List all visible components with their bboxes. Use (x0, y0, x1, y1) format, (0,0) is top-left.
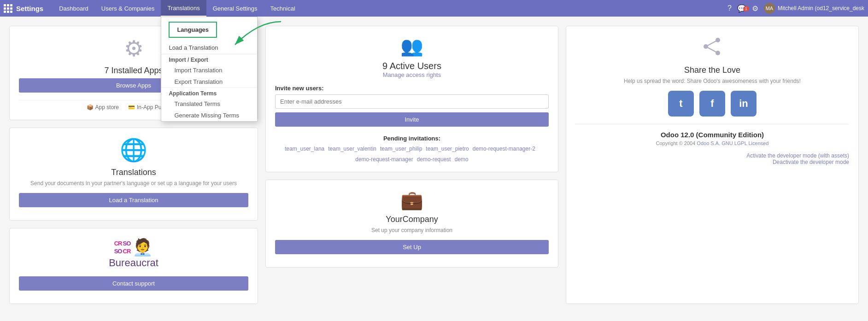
chat-icon[interactable]: 💬 1 (737, 4, 746, 13)
bureaucrat-name: Bureaucrat (19, 257, 248, 269)
nav-users-companies[interactable]: Users & Companies (95, 0, 161, 17)
contact-support-button[interactable]: Contact support (19, 276, 248, 291)
dropdown-import[interactable]: Import Translation (161, 64, 257, 76)
pending-user-0[interactable]: team_user_lana (285, 146, 324, 152)
pending-user-3[interactable]: team_user_pietro (426, 146, 469, 152)
users-icon: 👥 (275, 35, 549, 57)
pending-links: team_user_lana team_user_valentin team_u… (275, 146, 549, 163)
dropdown-generate-missing[interactable]: Generate Missing Terms (161, 110, 257, 121)
translations-card: 🌐 Translations Send your documents in yo… (9, 128, 258, 221)
linkedin-icon: in (739, 98, 748, 110)
load-translation-button[interactable]: Load a Translation (19, 193, 248, 207)
pending-user-1[interactable]: team_user_valentin (328, 146, 376, 152)
help-icon[interactable]: ? (727, 4, 732, 12)
purchases-icon: 💳 (128, 104, 135, 111)
manage-access-link[interactable]: Manage access rights (275, 71, 549, 78)
deactivate-dev-mode-link[interactable]: Deactivate the developer mode (575, 159, 849, 165)
nav-items: Dashboard Users & Companies Translations… (53, 0, 727, 17)
company-subtitle: Set up your company information (275, 227, 549, 233)
social-icons: t f in (575, 91, 849, 117)
globe-icon: 🌐 (19, 137, 248, 163)
pending-user-4[interactable]: demo-request-manager-2 (473, 146, 535, 152)
main-content: ⚙ 7 Installed Apps Browse Apps 📦 App sto… (0, 17, 868, 313)
nav-right: ? 💬 1 ⚙ MA Mitchell Admin (od12_service_… (727, 3, 864, 14)
dropdown-languages[interactable]: Languages (169, 22, 217, 38)
right-panel: Share the Love Help us spread the word: … (566, 26, 859, 304)
grid-icon (4, 4, 12, 13)
top-navbar: Settings Dashboard Users & Companies Tra… (0, 0, 868, 17)
translations-title: Translations (19, 168, 248, 177)
share-icon (575, 35, 849, 62)
nav-dashboard[interactable]: Dashboard (53, 0, 95, 17)
twitter-icon: t (679, 98, 682, 110)
translations-dropdown: Languages Load a Translation Import / Ex… (161, 17, 258, 122)
odoo-link[interactable]: Odoo S.A. (697, 140, 720, 146)
nav-translations-wrap: Translations Languages Load a Translatio… (161, 0, 206, 17)
invite-email-input[interactable] (275, 94, 549, 109)
version-section: Odoo 12.0 (Community Edition) Copyright … (575, 124, 849, 146)
dropdown-translated-terms[interactable]: Translated Terms (161, 98, 257, 110)
pending-section: Pending invitations: team_user_lana team… (275, 135, 549, 163)
invite-label: Invite new users: (275, 85, 549, 92)
active-users-card: 👥 9 Active Users Manage access rights In… (265, 26, 558, 172)
company-icon: 💼 (275, 189, 549, 211)
users-count: 9 Active Users (275, 61, 549, 71)
svg-line-4 (706, 40, 718, 47)
dropdown-import-export-label: Import / Export (161, 54, 257, 64)
twitter-button[interactable]: t (668, 91, 694, 117)
dropdown-app-terms-label: Application Terms (161, 88, 257, 98)
invite-button[interactable]: Invite (275, 112, 549, 127)
dev-links: Activate the developer mode (with assets… (575, 152, 849, 165)
app-brand[interactable]: Settings (4, 4, 43, 13)
copyright-text: Copyright © 2004 Odoo S.A. GNU LGPL Lice… (575, 140, 849, 146)
pending-user-7[interactable]: demo (455, 156, 469, 163)
activate-dev-mode-link[interactable]: Activate the developer mode (with assets… (575, 152, 849, 159)
dropdown-export[interactable]: Export Translation (161, 76, 257, 88)
pending-user-6[interactable]: demo-request (417, 156, 451, 163)
license-link[interactable]: GNU LGPL Licensed (721, 140, 768, 146)
nav-general-settings[interactable]: General Settings (206, 0, 264, 17)
dropdown-load[interactable]: Load a Translation (161, 41, 257, 54)
facebook-button[interactable]: f (699, 91, 725, 117)
user-name: Mitchell Admin (od12_service_desk (778, 5, 864, 12)
linkedin-button[interactable]: in (731, 91, 757, 117)
user-avatar: MA (764, 3, 775, 14)
user-menu[interactable]: MA Mitchell Admin (od12_service_desk (764, 3, 864, 14)
setup-company-button[interactable]: Set Up (275, 240, 549, 254)
company-card: 💼 YourCompany Set up your company inform… (265, 180, 558, 268)
nav-translations[interactable]: Translations (161, 0, 206, 17)
pending-user-2[interactable]: team_user_philip (380, 146, 422, 152)
svg-line-5 (706, 47, 718, 53)
bureaucrat-logo: CR SO SO CR 🧑‍💼 Bureaucrat (19, 238, 248, 269)
company-title: YourCompany (275, 215, 549, 224)
middle-panel: 👥 9 Active Users Manage access rights In… (265, 26, 558, 304)
invite-section: Invite new users: Invite (275, 85, 549, 130)
translations-subtitle: Send your documents in your partner's la… (19, 180, 248, 187)
facebook-icon: f (710, 98, 714, 110)
share-subtitle: Help us spread the word: Share Odoo's aw… (575, 78, 849, 84)
settings-gear-icon[interactable]: ⚙ (752, 4, 758, 13)
bureaucrat-card: CR SO SO CR 🧑‍💼 Bureaucrat Contact suppo… (9, 228, 258, 304)
pending-label: Pending invitations: (275, 135, 549, 142)
app-title: Settings (16, 5, 43, 12)
chat-badge: 1 (743, 6, 749, 12)
version-title: Odoo 12.0 (Community Edition) (575, 131, 849, 139)
pending-user-5[interactable]: demo-request-manager (355, 156, 413, 163)
nav-technical[interactable]: Technical (264, 0, 302, 17)
app-store-link[interactable]: 📦 App store (87, 104, 119, 111)
store-icon: 📦 (87, 104, 94, 111)
share-title: Share the Love (575, 65, 849, 75)
